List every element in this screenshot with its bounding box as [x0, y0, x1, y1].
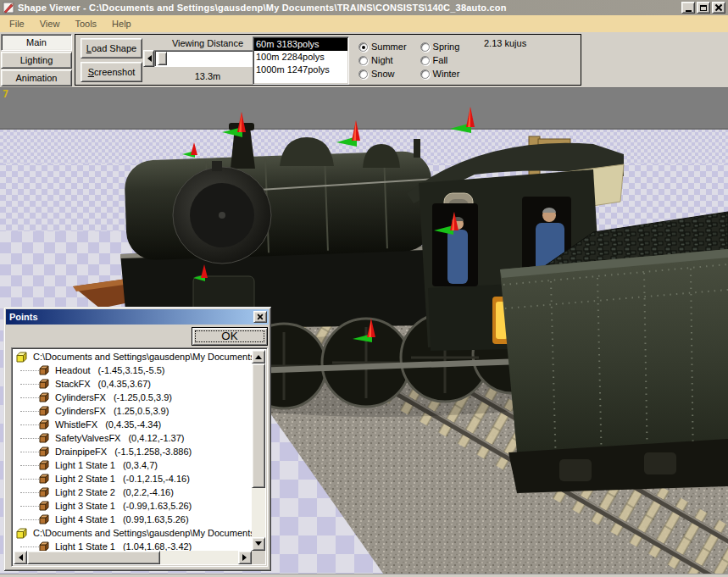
tree-connector [20, 492, 39, 493]
radio-icon [420, 69, 430, 79]
point-cube-icon [39, 433, 50, 443]
tree-row[interactable]: Light 1 State 1 (1.04,1.68,-3.42) [14, 540, 252, 551]
radio-icon [420, 42, 430, 52]
arrow-right-icon [242, 554, 250, 561]
point-cube-icon [39, 474, 50, 484]
tree-row[interactable]: StackFX (0,4.35,3.67) [14, 377, 252, 391]
arrow-down-icon [255, 541, 262, 549]
slider-left-arrow[interactable] [143, 50, 154, 67]
viewing-distance-slider[interactable] [143, 50, 269, 67]
point-coords: (0,4.35,3.67) [98, 379, 151, 389]
maximize-icon [700, 5, 707, 11]
point-coords: (0,4.12,-1.37) [128, 433, 184, 443]
arrow-left-icon [144, 55, 152, 62]
points-dialog-close-button[interactable] [253, 311, 267, 323]
tree-row[interactable]: Light 1 State 1 (0,3.4,7) [14, 458, 252, 472]
horizontal-scrollbar[interactable] [14, 551, 252, 564]
view-tab[interactable]: Lighting [1, 52, 72, 69]
point-coords: (-0.99,1.63,5.26) [123, 501, 192, 511]
slider-thumb[interactable] [158, 52, 167, 65]
lod-item[interactable]: 100m 2284polys [254, 51, 347, 64]
point-cube-icon [39, 487, 50, 497]
view-tab[interactable]: Animation [1, 69, 72, 86]
scroll-right-button[interactable] [238, 551, 252, 564]
points-dialog-titlebar[interactable]: Points [6, 309, 269, 325]
tree-connector [20, 411, 39, 412]
tree-row[interactable]: CylindersFX (-1.25,0.5,3.9) [14, 391, 252, 404]
point-cube-icon [39, 514, 50, 524]
tree-connector [20, 438, 39, 439]
tree-row[interactable]: DrainpipeFX (-1.5,1.258,-3.886) [14, 445, 252, 458]
point-name: Light 3 State 1 [55, 501, 115, 511]
tree-row[interactable]: C:\Documents and Settings\gausdenp\My Do… [14, 350, 252, 363]
point-coords: (1.25,0.5,3.9) [114, 406, 169, 416]
scroll-up-button[interactable] [252, 350, 265, 363]
tree-row[interactable]: Light 2 State 1 (-0.1,2.15,-4.16) [14, 472, 252, 485]
season-radio[interactable]: Snow [358, 67, 407, 80]
menu-item[interactable]: Help [104, 17, 139, 31]
point-cube-icon [39, 365, 50, 375]
shape-viewer-window: Shape Viewer - C:\Documents and Settings… [0, 0, 728, 577]
point-name: WhistleFX [55, 419, 97, 430]
tree-connector [20, 519, 39, 520]
point-cube-icon [39, 392, 50, 402]
tree-row[interactable]: Headout (-1.45,3.15,-5.5) [14, 363, 252, 377]
point-name: Headout [55, 365, 91, 375]
tree-row[interactable]: Light 4 State 1 (0.99,1.63,5.26) [14, 513, 252, 526]
season-radio[interactable]: Winter [420, 67, 460, 80]
sky [0, 88, 728, 130]
season-radio[interactable]: Night [358, 53, 407, 67]
tree-row[interactable]: Light 3 State 1 (-0.99,1.63,5.26) [14, 499, 252, 513]
arrow-up-icon [255, 352, 262, 359]
title-bar: Shape Viewer - C:\Documents and Settings… [0, 0, 728, 15]
point-coords: (0,2.2,-4.16) [123, 487, 174, 497]
season-radio[interactable]: Fall [420, 53, 460, 67]
slider-track[interactable] [154, 50, 258, 67]
scroll-left-button[interactable] [14, 551, 27, 564]
lod-item[interactable]: 1000m 1247polys [254, 64, 347, 76]
menu-item[interactable]: Tools [67, 17, 104, 31]
scroll-down-button[interactable] [252, 537, 265, 551]
maximize-button[interactable] [697, 2, 710, 14]
vertical-scroll-thumb[interactable] [252, 363, 265, 488]
tree-row[interactable]: C:\Documents and Settings\gausdenp\My Do… [14, 526, 252, 540]
minimize-button[interactable] [681, 2, 695, 14]
points-dialog-title: Points [9, 312, 38, 322]
radio-icon [420, 56, 430, 65]
close-icon [715, 4, 722, 11]
lod-listbox: 60m 3183polys100m 2284polys1000m 1247pol… [253, 36, 349, 85]
tree-connector [20, 546, 39, 547]
close-icon [258, 314, 263, 319]
point-coords: (-0.1,2.15,-4.16) [123, 474, 190, 484]
point-name: StackFX [55, 379, 91, 389]
menu-item[interactable]: View [32, 17, 68, 31]
point-name: Light 2 State 1 [55, 474, 115, 484]
ok-button[interactable]: OK [192, 327, 268, 346]
point-coords: (0.99,1.63,5.26) [123, 514, 189, 524]
point-coords: (-1.5,1.258,-3.886) [114, 447, 192, 457]
viewing-distance-value: 13.3m [148, 71, 267, 81]
menu-item[interactable]: File [2, 17, 32, 31]
horizontal-scroll-thumb[interactable] [27, 551, 160, 564]
point-name: Light 1 State 1 [55, 460, 115, 470]
view-tab[interactable]: Main [1, 34, 72, 51]
folder-cube-icon [16, 528, 28, 539]
tree-row[interactable]: CylindersFX (1.25,0.5,3.9) [14, 404, 252, 418]
lod-item[interactable]: 60m 3183polys [254, 38, 347, 51]
close-button[interactable] [712, 2, 725, 14]
window-bottom-frame [0, 574, 728, 577]
screenshot-button[interactable]: Screenshot [81, 62, 142, 82]
vertical-scrollbar[interactable] [252, 350, 265, 551]
season-radio[interactable]: Spring [420, 40, 460, 53]
menu-bar: FileViewToolsHelp [0, 15, 728, 32]
tree-row[interactable]: SafetyValvesFX (0,4.12,-1.37) [14, 431, 252, 445]
tree-connector [20, 479, 39, 480]
season-radio-group: Summer Night Snow Spring [358, 40, 459, 80]
point-coords: (1.04,1.68,-3.42) [123, 541, 192, 551]
tree-row[interactable]: Light 2 State 2 (0,2.2,-4.16) [14, 485, 252, 499]
app-icon [3, 2, 14, 14]
tree-row[interactable]: WhistleFX (0,4.35,-4.34) [14, 418, 252, 431]
point-cube-icon [39, 541, 50, 551]
season-radio[interactable]: Summer [358, 40, 407, 53]
load-shape-button[interactable]: Load Shape [81, 38, 142, 58]
